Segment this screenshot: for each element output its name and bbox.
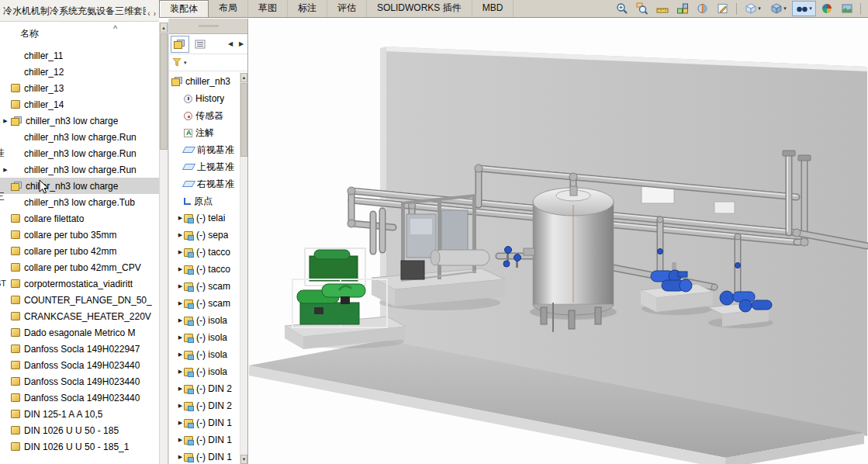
expand-arrow-icon[interactable]: ▶: [177, 266, 184, 272]
measure-button[interactable]: [653, 1, 672, 16]
tree-row[interactable]: ▶(-) DIN 1: [169, 448, 240, 464]
file-row[interactable]: ▶Danfoss Socla 149H023440: [0, 390, 159, 406]
expand-arrow-icon[interactable]: ▶: [177, 334, 184, 341]
file-row[interactable]: ▶DIN 1026 U U 50 - 185: [0, 422, 159, 438]
tab-layout[interactable]: 布局: [209, 0, 248, 17]
file-row[interactable]: ▶corpotermostatica_viadiritt: [0, 275, 159, 292]
edit-appearance-button[interactable]: [818, 1, 836, 16]
scroll-down-icon[interactable]: ▼: [240, 455, 247, 464]
assembly-visualization-button[interactable]: [673, 1, 692, 16]
tab-display-pane[interactable]: [191, 36, 209, 53]
tree-row[interactable]: ▶(-) scam: [169, 295, 240, 312]
file-row[interactable]: ▶DIN 1026 U U 50 - 185_1: [0, 438, 159, 455]
file-row[interactable]: ▶collare per tubo 42mm_CPV: [0, 259, 159, 275]
file-row[interactable]: ▶Danfoss Socla 149H023440: [0, 357, 159, 373]
tree-row[interactable]: ▶(-) isola: [169, 312, 240, 329]
tree-row[interactable]: ▶(-) DIN 2: [169, 380, 240, 397]
expand-arrow-icon[interactable]: ▶: [177, 386, 184, 392]
tree-row[interactable]: ▶(-) DIN 2: [169, 397, 240, 414]
file-row[interactable]: ▶DIN 125-1 A A 10,5: [0, 406, 159, 422]
tree-row[interactable]: ▶(-) isola: [169, 363, 240, 380]
sort-ascending-icon[interactable]: ^: [113, 24, 117, 33]
expand-arrow-icon[interactable]: ▶: [177, 420, 184, 426]
pane-prev-icon[interactable]: ◀: [226, 40, 235, 47]
expand-arrow-icon[interactable]: ▶: [177, 351, 184, 358]
tab-sketch[interactable]: 草图: [248, 0, 288, 17]
tab-assembly[interactable]: 装配体: [159, 0, 209, 17]
expand-arrow-icon[interactable]: ▶: [177, 403, 184, 409]
expand-arrow-icon[interactable]: ▶: [177, 249, 184, 255]
file-row-selected[interactable]: ▶chiller_nh3 low charge: [0, 178, 159, 194]
file-row[interactable]: ▶chiller_nh3 low charge.Run: [0, 129, 159, 145]
tree-row[interactable]: ▶(-) tacco: [169, 244, 240, 261]
tree-row[interactable]: ▶(-) DIN 1: [169, 431, 240, 448]
tree-row[interactable]: ▶传感器: [169, 107, 240, 124]
expand-arrow-icon[interactable]: ▶: [177, 317, 184, 324]
file-tree-scrollbar[interactable]: ▲: [159, 23, 168, 464]
graphics-viewport[interactable]: [249, 19, 868, 464]
hide-show-items-button[interactable]: ▾: [792, 1, 816, 16]
zoom-fit-button[interactable]: [613, 1, 631, 16]
3d-scene[interactable]: [249, 19, 868, 464]
tab-annotate[interactable]: 标注: [288, 0, 327, 17]
pane-next-icon[interactable]: ▶: [237, 40, 246, 47]
file-row[interactable]: ▶Dado esagonale Metrico M: [0, 324, 159, 341]
zoom-area-button[interactable]: [633, 1, 652, 16]
file-row[interactable]: ▶CRANKCASE_HEATER_220V: [0, 308, 159, 324]
expand-arrow-icon[interactable]: ▶: [177, 300, 184, 306]
expand-arrow-icon[interactable]: ▶: [177, 454, 184, 460]
collapse-pane-button[interactable]: [865, 1, 868, 16]
section-view-button[interactable]: [693, 1, 712, 16]
view-orientation-button[interactable]: ▾: [741, 1, 765, 16]
file-row[interactable]: ▶chiller_nh3 low charge.Tub: [0, 194, 159, 210]
chevron-right-icon[interactable]: ›: [152, 9, 157, 18]
file-row[interactable]: ▶chiller_12: [0, 64, 159, 80]
tree-row[interactable]: ▶History: [169, 90, 240, 107]
file-row[interactable]: ▶chiller_nh3 low charge.Run: [0, 161, 159, 178]
expand-arrow-icon[interactable]: ▶: [177, 215, 184, 221]
file-row[interactable]: ▶chiller_14: [0, 96, 159, 113]
display-style-button[interactable]: ▾: [766, 1, 790, 16]
tab-evaluate[interactable]: 评估: [327, 0, 367, 17]
tab-feature-manager[interactable]: [171, 36, 189, 53]
file-row[interactable]: ▶chiller_nh3 low charge: [0, 113, 159, 129]
tree-row[interactable]: ▶(-) telai: [169, 209, 240, 227]
expand-arrow-icon[interactable]: ▶: [177, 369, 184, 375]
panel-grip[interactable]: [169, 19, 247, 34]
tab-addins[interactable]: SOLIDWORKS 插件: [367, 0, 472, 17]
name-column-header[interactable]: 名称: [20, 27, 39, 40]
tree-row[interactable]: ▶上视基准: [169, 158, 240, 175]
file-row[interactable]: ▶Danfoss Socla 149H022947: [0, 341, 159, 357]
expand-arrow-icon[interactable]: ▶: [177, 437, 184, 443]
tree-row[interactable]: ▶(-) DIN 1: [169, 414, 240, 431]
feature-tree-scrollbar[interactable]: ▲ ▼: [240, 73, 247, 464]
tree-row[interactable]: ▶(-) scam: [169, 278, 240, 295]
scroll-up-icon[interactable]: ▲: [240, 73, 247, 82]
tree-row[interactable]: ▶(-) tacco: [169, 261, 240, 278]
tab-mbd[interactable]: MBD: [472, 0, 514, 17]
chevron-left-icon[interactable]: ‹: [146, 9, 151, 18]
file-row[interactable]: ▶collare filettato: [0, 210, 159, 227]
tree-row[interactable]: ▶注解: [169, 124, 240, 141]
tree-row[interactable]: ▶(-) sepa: [169, 227, 240, 244]
edit-sketch-button[interactable]: [714, 1, 732, 16]
apply-scene-button[interactable]: [838, 1, 856, 16]
expand-arrow-icon[interactable]: ▶: [177, 283, 184, 289]
tree-root-row[interactable]: chiller_nh3: [169, 73, 240, 90]
scrollbar-thumb[interactable]: [240, 83, 247, 157]
tree-row[interactable]: ▶原点: [169, 192, 240, 209]
scroll-up-icon[interactable]: ▲: [160, 23, 168, 33]
file-row[interactable]: ▶COUNTER_FLANGE_DN_50_: [0, 292, 159, 308]
file-row[interactable]: ▶chiller_13: [0, 80, 159, 96]
expand-arrow-icon[interactable]: ▶: [177, 232, 184, 238]
tree-row[interactable]: ▶前视基准: [169, 141, 240, 158]
file-row[interactable]: ▶collare per tubo 42mm: [0, 243, 159, 259]
file-row[interactable]: ▶chiller_11: [0, 47, 159, 64]
tree-row[interactable]: ▶(-) isola: [169, 329, 240, 346]
file-row[interactable]: ▶chiller_nh3 low charge.Run: [0, 145, 159, 161]
file-row[interactable]: ▶Danfoss Socla 149H023440: [0, 373, 159, 390]
tree-filter-row[interactable]: ▾: [169, 54, 247, 71]
tree-row[interactable]: ▶(-) isola: [169, 346, 240, 363]
tree-row[interactable]: ▶右视基准: [169, 175, 240, 192]
file-row[interactable]: ▶collare per tubo 35mm: [0, 227, 159, 243]
